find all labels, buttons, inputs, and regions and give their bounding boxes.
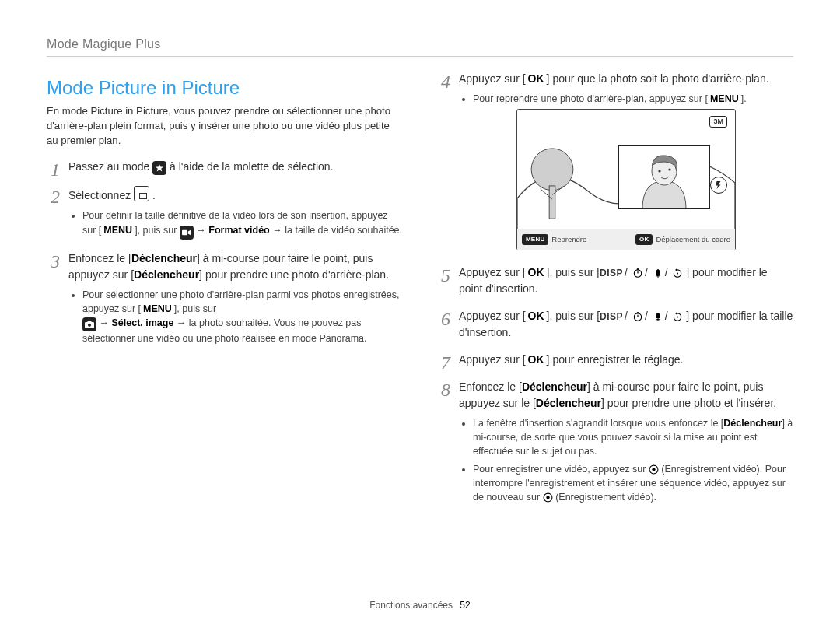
svg-rect-4 [87, 321, 91, 323]
ok-label: OK [526, 71, 547, 87]
svg-point-11 [658, 170, 660, 173]
svg-point-5 [88, 324, 91, 327]
pip-inset-frame [618, 145, 710, 209]
step-text: Appuyez sur [OK] pour enregistrer le rég… [459, 353, 683, 366]
svg-marker-2 [188, 229, 191, 234]
svg-point-6 [531, 149, 573, 191]
select-image-label: Sélect. image [111, 317, 173, 328]
menu-label: MENU [141, 302, 174, 316]
pip-mode-icon [134, 186, 149, 201]
ok-label: OK [526, 308, 547, 324]
step-5: 5 Appuyez sur [OK], puis sur [DISP/ / / … [437, 264, 793, 297]
person-illustration [619, 146, 709, 208]
step-1: 1 Passez au mode à l'aide de la molette … [47, 159, 403, 175]
record-icon [649, 464, 659, 475]
step-number: 8 [437, 376, 454, 404]
svg-marker-0 [156, 164, 163, 172]
svg-marker-17 [676, 268, 678, 272]
menu-label: MENU [101, 223, 135, 237]
footer-ok-pill: OK [635, 234, 653, 245]
timer-icon [632, 268, 643, 278]
self-timer-icon [672, 268, 683, 278]
step-8-sub-item-2: Pour enregistrer une vidéo, appuyez sur … [473, 462, 793, 504]
video-icon [180, 226, 194, 240]
step-text: Appuyez sur [OK] pour que la photo soit … [459, 72, 769, 85]
step-2-sub-item: Pour définir la taille définitive de la … [82, 208, 403, 239]
svg-point-28 [546, 496, 549, 499]
step-7: 7 Appuyez sur [OK] pour enregistrer le r… [437, 352, 793, 368]
breadcrumb: Mode Magique Plus [47, 37, 793, 57]
svg-rect-20 [637, 312, 639, 313]
step-8-sub-item-1: La fenêtre d'insertion s'agrandit lorsqu… [473, 416, 793, 458]
footer-section: Fonctions avancées [369, 600, 453, 611]
step-6: 6 Appuyez sur [OK], puis sur [DISP/ / / … [437, 308, 793, 341]
step-2: 2 Sélectionnez . Pour définir la taille … [47, 186, 403, 239]
svg-marker-23 [676, 312, 678, 316]
step-number: 3 [47, 247, 64, 275]
svg-point-26 [652, 468, 655, 471]
svg-rect-7 [549, 186, 555, 219]
self-timer-icon [672, 311, 683, 322]
page-number: 52 [460, 600, 470, 611]
step-3: 3 Enfoncez le [Déclencheur] à mi-course … [47, 250, 403, 345]
svg-point-24 [677, 317, 678, 318]
step-text: Appuyez sur [OK], puis sur [DISP/ / / ] … [459, 310, 793, 338]
intro-paragraph: En mode Picture in Picture, vous pouvez … [47, 103, 403, 148]
step-number: 4 [437, 68, 454, 96]
preview-footer: MENU Reprendre OK Déplacement du cadre [517, 229, 735, 250]
step-text: Appuyez sur [OK], puis sur [DISP/ / / ] … [459, 266, 768, 295]
step-8: 8 Enfoncez le [Déclencheur] à mi-course … [437, 379, 793, 504]
resolution-badge: 3M [709, 116, 727, 128]
step-text: Passez au mode [68, 160, 152, 173]
record-icon [543, 492, 553, 503]
svg-rect-1 [182, 229, 187, 234]
svg-point-12 [668, 169, 670, 171]
step-text: Enfoncez le [Déclencheur] à mi-course po… [68, 252, 389, 281]
menu-label: MENU [708, 92, 741, 106]
macro-icon [653, 268, 663, 278]
camera-icon [82, 317, 96, 331]
step-text: Sélectionnez [68, 189, 134, 201]
camera-preview: 3M [516, 109, 736, 250]
disp-label: DISP [600, 268, 623, 278]
macro-icon [653, 311, 663, 322]
step-3-sub-item: Pour sélectionner une photo d'arrière-pl… [82, 288, 403, 345]
footer-menu-pill: MENU [522, 234, 548, 245]
step-number: 5 [437, 261, 454, 289]
two-column-layout: Mode Picture in Picture En mode Picture … [47, 71, 793, 515]
svg-rect-14 [637, 268, 639, 270]
step-4-sub: Pour reprendre une photo d'arrière-plan,… [459, 92, 793, 106]
footer-left-text: Reprendre [551, 234, 586, 245]
step-8-sub: La fenêtre d'insertion s'agrandit lorsqu… [459, 416, 793, 504]
timer-icon [632, 311, 643, 322]
step-number: 7 [437, 349, 454, 377]
step-3-sub: Pour sélectionner une photo d'arrière-pl… [68, 288, 403, 345]
step-number: 2 [47, 183, 64, 211]
step-number: 1 [47, 156, 64, 184]
step-number: 6 [437, 305, 454, 333]
page-title: Mode Picture in Picture [47, 77, 403, 99]
right-column: 4 Appuyez sur [OK] pour que la photo soi… [437, 71, 793, 515]
ok-label: OK [526, 352, 547, 368]
tree-illustration [528, 147, 576, 222]
step-4: 4 Appuyez sur [OK] pour que la photo soi… [437, 71, 793, 250]
left-steps: 1 Passez au mode à l'aide de la molette … [47, 159, 403, 345]
disp-label: DISP [600, 311, 623, 322]
format-video-label: Format vidéo [208, 225, 270, 236]
svg-point-18 [677, 273, 678, 275]
left-column: Mode Picture in Picture En mode Picture … [47, 71, 403, 515]
step-text-post: . [152, 189, 156, 201]
ok-label: OK [526, 264, 547, 281]
footer-right-text: Déplacement du cadre [656, 234, 730, 245]
manual-page: Mode Magique Plus Mode Picture in Pictur… [0, 0, 840, 634]
flash-off-icon [710, 177, 727, 194]
step-text-post: à l'aide de la molette de sélection. [170, 160, 333, 173]
right-steps: 4 Appuyez sur [OK] pour que la photo soi… [437, 71, 793, 504]
step-4-sub-item: Pour reprendre une photo d'arrière-plan,… [473, 92, 793, 106]
mode-dial-icon [152, 161, 166, 175]
step-2-sub: Pour définir la taille définitive de la … [68, 208, 403, 239]
step-text: Enfoncez le [Déclencheur] à mi-course po… [459, 380, 776, 409]
page-footer: Fonctions avancées 52 [0, 600, 840, 611]
